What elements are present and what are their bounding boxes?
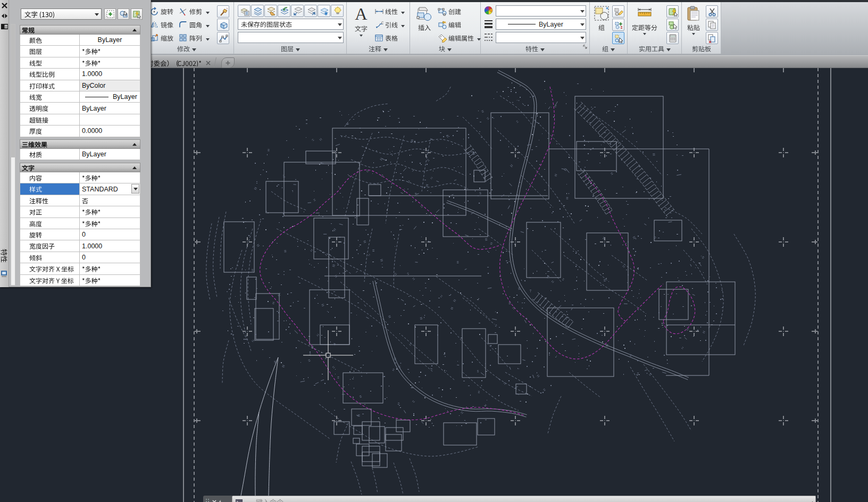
ribbon-button-圆角[interactable] <box>179 19 210 31</box>
palette-row-value[interactable] <box>79 46 140 57</box>
palette-row-value[interactable] <box>79 263 140 274</box>
ribbon-tool-layeriso-icon[interactable] <box>291 5 304 17</box>
tab-close-icon[interactable] <box>206 58 211 68</box>
ribbon-bigbutton-插入[interactable] <box>414 5 435 45</box>
chevron-down-icon[interactable] <box>401 20 405 30</box>
palette-row-value[interactable] <box>79 275 140 286</box>
palette-row-value[interactable]: ByLayer <box>79 35 140 46</box>
ribbon-tool-matchprops-icon[interactable] <box>217 5 229 18</box>
ribbon-bigbutton-定距等分[interactable] <box>630 5 660 45</box>
ribbon-panel-label-modify[interactable] <box>139 45 233 53</box>
ribbon-tool-gedit-icon[interactable] <box>612 5 624 18</box>
palette-row-value[interactable]: ByLayer <box>79 149 140 160</box>
command-close-icon[interactable] <box>212 497 216 502</box>
ribbon-bigbutton-文字[interactable]: A <box>350 5 372 45</box>
palette-row-value[interactable] <box>79 195 140 206</box>
chevron-down-icon[interactable] <box>692 33 695 35</box>
ribbon-panel-label-block[interactable] <box>410 45 480 53</box>
chevron-down-icon[interactable] <box>580 37 585 39</box>
ribbon-tool-layerundo-icon[interactable] <box>278 5 290 17</box>
palette-row-value[interactable] <box>79 206 140 217</box>
properties-combo-1[interactable]: ByLayer <box>496 19 586 30</box>
section-collapse-icon[interactable] <box>132 29 137 31</box>
palette-section-header-三维效果[interactable] <box>20 139 140 149</box>
palette-section-header-文字[interactable] <box>20 163 140 172</box>
ribbon-tool-qselect-icon[interactable] <box>666 5 679 18</box>
ribbon-button-编辑[interactable] <box>438 19 461 31</box>
ribbon-tool-selsim-icon[interactable] <box>666 19 679 31</box>
chevron-down-icon[interactable] <box>206 34 210 43</box>
ribbon-tool-gadd-icon[interactable] <box>612 19 624 31</box>
palette-row-value[interactable] <box>79 114 140 126</box>
layer-state-combo[interactable] <box>238 19 344 30</box>
palette-row-value[interactable]: 0 <box>79 252 140 263</box>
chevron-down-icon[interactable] <box>338 23 342 26</box>
ribbon-button-线性[interactable] <box>374 5 405 18</box>
palette-row-value[interactable]: 1.0000 <box>79 240 140 252</box>
ribbon-button-表格[interactable] <box>374 32 398 44</box>
dialog-launcher-icon[interactable] <box>583 42 588 52</box>
ribbon-tool-layeruniso-icon[interactable] <box>304 5 317 17</box>
palette-row-value[interactable]: 1.0000 <box>79 69 140 80</box>
ribbon-tool-gsel-icon[interactable] <box>612 32 624 44</box>
palette-row-value[interactable] <box>79 218 140 229</box>
ribbon-tool-copybase-icon[interactable] <box>706 32 718 44</box>
ribbon-tool-copy-icon[interactable] <box>706 19 718 31</box>
ribbon-tool-box3d-icon[interactable] <box>217 19 229 31</box>
ribbon-tool-pedit-icon[interactable] <box>217 32 229 44</box>
palette-row-value[interactable]: ByLayer <box>79 103 140 114</box>
properties-combo-0[interactable] <box>496 5 586 16</box>
ribbon-tool-layerprops-icon[interactable] <box>238 5 251 17</box>
chevron-down-icon[interactable] <box>477 34 481 43</box>
chevron-down-icon[interactable] <box>643 33 646 35</box>
ribbon-button-缩放[interactable] <box>150 32 173 44</box>
ribbon-panel-label-layers[interactable] <box>234 45 346 53</box>
linetype-icon[interactable] <box>484 32 493 41</box>
colorwheel-icon[interactable] <box>484 6 493 15</box>
command-line-dock[interactable] <box>203 496 816 502</box>
chevron-down-icon[interactable] <box>206 7 210 16</box>
layer-combo[interactable] <box>238 32 344 43</box>
chevron-down-icon[interactable] <box>360 35 363 37</box>
file-tab[interactable] <box>144 57 214 69</box>
command-wrench-icon[interactable] <box>219 497 225 502</box>
ribbon-bigbutton-粘贴[interactable] <box>684 5 703 45</box>
palette-row-value[interactable] <box>79 57 140 69</box>
ribbon-button-阵列[interactable] <box>179 32 210 44</box>
ribbon-bigbutton-组[interactable] <box>592 5 611 45</box>
chevron-down-icon[interactable] <box>580 10 585 13</box>
lineweight-icon[interactable] <box>484 19 493 28</box>
palette-row-value[interactable] <box>79 172 140 183</box>
ribbon-button-镜像[interactable] <box>150 19 173 31</box>
ribbon-tool-layerhand-icon[interactable] <box>264 5 277 17</box>
value-combo-button[interactable] <box>131 184 139 194</box>
ribbon-button-修剪[interactable] <box>179 5 210 18</box>
palette-row-value[interactable]: ByColor <box>79 80 140 91</box>
command-expand-icon[interactable] <box>809 497 813 502</box>
ribbon-button-引线[interactable] <box>374 19 405 31</box>
section-collapse-icon[interactable] <box>132 166 137 169</box>
palette-row-value[interactable]: ByLayer <box>79 91 140 103</box>
ribbon-button-旋转[interactable] <box>150 5 173 18</box>
ribbon-tool-layerbulb-icon[interactable] <box>331 5 344 17</box>
ribbon-tool-layers-icon[interactable] <box>251 5 264 17</box>
chevron-down-icon[interactable] <box>338 37 342 39</box>
ribbon-panel-label-groups[interactable] <box>590 45 627 53</box>
ribbon-button-创建[interactable] <box>438 5 461 18</box>
chevron-down-icon[interactable] <box>580 23 585 26</box>
ribbon-button-编辑属性[interactable] <box>438 32 481 44</box>
section-collapse-icon[interactable] <box>132 143 137 146</box>
ribbon-panel-label-annotation[interactable] <box>347 45 410 53</box>
command-input-bar[interactable] <box>232 496 816 502</box>
ribbon-panel-label-clipboard[interactable] <box>682 45 721 53</box>
palette-row-value[interactable]: STANDARD <box>79 183 140 195</box>
new-tab-button[interactable] <box>221 57 235 68</box>
ribbon-tool-calc-icon[interactable] <box>666 32 679 44</box>
palette-row-value[interactable]: 0.0000 <box>79 126 140 137</box>
palette-section-header-常规[interactable] <box>20 25 140 35</box>
chevron-down-icon[interactable] <box>401 7 405 16</box>
properties-combo-2[interactable] <box>496 32 586 43</box>
palette-row-value[interactable]: 0 <box>79 229 140 240</box>
chevron-down-icon[interactable] <box>206 20 210 30</box>
ribbon-panel-label-properties[interactable] <box>481 45 589 53</box>
